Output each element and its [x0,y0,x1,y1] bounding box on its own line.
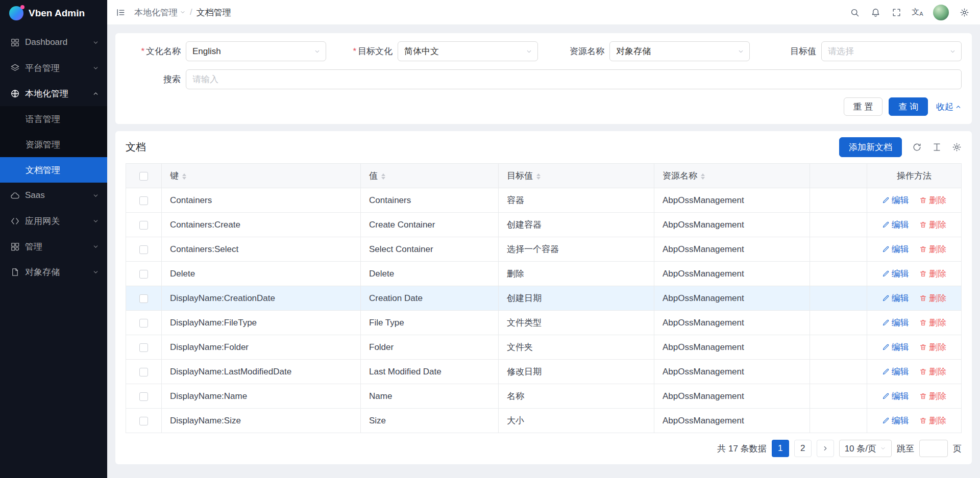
edit-button[interactable]: 编辑 [882,341,909,353]
edit-button[interactable]: 编辑 [882,194,909,206]
collapse-link[interactable]: 收起 [936,101,962,113]
field-label: *目标文化 [337,45,398,57]
reset-button[interactable]: 重 置 [844,97,883,116]
row-checkbox[interactable] [139,245,148,254]
delete-button[interactable]: 删除 [919,243,946,255]
chevron-down-icon [92,218,99,224]
sidebar-item-label: Saas [25,190,92,200]
delete-button[interactable]: 删除 [919,317,946,329]
table-row: Containers:Create Create Container 创建容器 … [126,213,962,237]
column-header-resource-name[interactable]: 资源名称 [654,164,810,188]
row-checkbox[interactable] [139,196,148,205]
row-checkbox[interactable] [139,392,148,401]
platform-icon [10,63,20,73]
breadcrumb-item-parent[interactable]: 本地化管理 [134,7,186,18]
sidebar-item-object-storage[interactable]: 对象存储 [0,259,107,285]
search-icon[interactable] [845,3,864,22]
row-checkbox[interactable] [139,368,148,376]
filter-field-resource-name: 资源名称 对象存储 [549,41,761,61]
gateway-icon [10,216,20,226]
column-header-filler [810,164,867,188]
row-checkbox[interactable] [139,343,148,352]
refresh-icon[interactable] [912,142,922,152]
edit-button[interactable]: 编辑 [882,268,909,280]
target-culture-select[interactable]: 简体中文 [398,41,538,61]
delete-button[interactable]: 删除 [919,268,946,280]
notification-bell-icon[interactable] [866,3,885,22]
culture-name-select[interactable]: English [186,41,326,61]
cell-key: Containers:Select [162,237,361,262]
sidebar-item-management[interactable]: 管理 [0,234,107,259]
delete-button[interactable]: 删除 [919,366,946,378]
delete-button[interactable]: 删除 [919,341,946,353]
column-settings-icon[interactable] [952,142,962,152]
column-header-target-value[interactable]: 目标值 [499,164,654,188]
logo[interactable]: Vben Admin [0,0,107,27]
sidebar-item-saas[interactable]: Saas [0,183,107,208]
chevron-down-icon [92,39,99,46]
cell-key: DisplayName:LastModifiedDate [162,360,361,384]
edit-button[interactable]: 编辑 [882,415,909,426]
sidebar-menu: Dashboard 平台管理 本地化管理 语言管理 资源管理 [0,27,107,478]
edit-button[interactable]: 编辑 [882,243,909,255]
sidebar-item-document-management[interactable]: 文档管理 [0,157,107,183]
column-header-key[interactable]: 键 [162,164,361,188]
delete-button[interactable]: 删除 [919,292,946,304]
resource-name-select[interactable]: 对象存储 [609,41,750,61]
page-button-1[interactable]: 1 [772,440,789,457]
sort-icon[interactable] [182,173,186,180]
column-header-actions: 操作方法 [867,164,962,188]
next-page-button[interactable] [817,440,834,457]
translate-icon[interactable]: 文A [908,3,927,22]
table-row: DisplayName:LastModifiedDate Last Modifi… [126,360,962,384]
row-checkbox[interactable] [139,221,148,230]
fullscreen-icon[interactable] [887,3,906,22]
query-button[interactable]: 查 询 [889,97,928,116]
delete-button[interactable]: 删除 [919,219,946,231]
sidebar-collapse-button[interactable] [111,3,130,22]
trash-icon [919,294,927,302]
row-checkbox[interactable] [139,319,148,328]
sidebar-item-app-gateway[interactable]: 应用网关 [0,208,107,234]
row-checkbox[interactable] [139,270,148,279]
delete-button[interactable]: 删除 [919,194,946,206]
sidebar-item-language-management[interactable]: 语言管理 [0,106,107,132]
delete-button[interactable]: 删除 [919,390,946,402]
documents-table: 键 值 目标值 资源名称 操作方法 Cont [126,163,962,433]
edit-button[interactable]: 编辑 [882,390,909,402]
search-input[interactable] [186,69,962,89]
row-checkbox[interactable] [139,294,148,303]
sidebar-item-label: 资源管理 [26,139,99,150]
page-size-select[interactable]: 10 条/页 [839,440,892,457]
sidebar-item-platform-management[interactable]: 平台管理 [0,55,107,81]
chevron-down-icon [526,48,532,55]
edit-button[interactable]: 编辑 [882,292,909,304]
delete-button[interactable]: 删除 [919,415,946,426]
edit-button[interactable]: 编辑 [882,219,909,231]
main-area: 本地化管理 / 文档管理 文A [107,0,980,478]
edit-button[interactable]: 编辑 [882,317,909,329]
jump-page-input[interactable] [919,440,948,457]
cell-value: Last Modified Date [361,360,499,384]
add-document-button[interactable]: 添加新文档 [839,137,902,157]
target-value-select[interactable]: 请选择 [821,41,962,61]
sort-icon[interactable] [536,173,541,180]
avatar[interactable] [933,5,949,20]
page-button-2[interactable]: 2 [794,440,812,457]
trash-icon [919,368,927,375]
column-header-value[interactable]: 值 [361,164,499,188]
select-all-checkbox[interactable] [139,172,148,181]
cell-resource-name: AbpOssManagement [654,286,810,311]
row-checkbox[interactable] [139,417,148,425]
gear-icon[interactable] [955,3,974,22]
cell-actions: 编辑 删除 [867,286,962,311]
cell-key: DisplayName:Name [162,384,361,409]
row-height-icon[interactable] [932,142,942,152]
pencil-icon [882,392,890,400]
sort-icon[interactable] [381,173,385,180]
sidebar-item-dashboard[interactable]: Dashboard [0,30,107,55]
edit-button[interactable]: 编辑 [882,366,909,378]
sidebar-item-localization-management[interactable]: 本地化管理 [0,81,107,106]
sort-icon[interactable] [701,173,705,180]
sidebar-item-resource-management[interactable]: 资源管理 [0,132,107,157]
